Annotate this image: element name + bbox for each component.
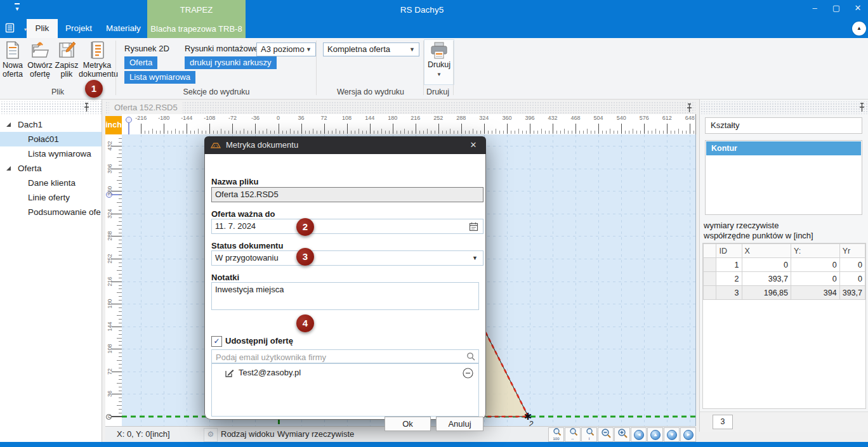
valid-until-date-field[interactable]: 11. 7. 2024: [211, 219, 483, 234]
ok-button[interactable]: Ok: [385, 417, 431, 431]
tree-item-dach1[interactable]: Dach1: [0, 117, 102, 132]
view-mode-value[interactable]: Wymiary rzeczywiste: [277, 429, 354, 439]
share-offer-checkbox[interactable]: ✓: [211, 336, 222, 347]
h-tick-minor: [682, 131, 683, 134]
col-header-y[interactable]: Y:: [791, 244, 840, 258]
tree-item-dane-klienta[interactable]: Dane klienta: [0, 176, 102, 190]
zoom-fit-width-button[interactable]: ↔: [565, 427, 581, 442]
print-version-select[interactable]: Kompletna oferta ▼: [323, 42, 419, 56]
toggle-oferta[interactable]: Oferta: [124, 56, 157, 69]
h-tick-minor: [431, 131, 431, 134]
view-mode-label[interactable]: Rodzaj widoku: [221, 429, 275, 439]
toggle-drukuj-rysunki-arkuszy[interactable]: drukuj rysunki arkuszy: [185, 56, 277, 69]
panel-drag-handle[interactable]: [700, 101, 868, 114]
zoom-selection-button[interactable]: I: [581, 427, 597, 442]
pan-right-button[interactable]: ►: [680, 427, 696, 442]
search-icon[interactable]: [466, 352, 475, 361]
h-lab: 36: [293, 115, 310, 121]
toggle-rysunek-2d[interactable]: Rysunek 2D: [124, 44, 169, 53]
tab-plik[interactable]: Plik: [27, 19, 58, 38]
pin-icon[interactable]: [858, 103, 865, 112]
open-offer-button[interactable]: Otwórz ofertę: [25, 39, 55, 79]
callout-badge-4: 4: [296, 314, 314, 332]
group-label-drukuj: Drukuj: [423, 87, 452, 98]
h-tick-minor: [477, 131, 477, 134]
cell-yr: 0: [839, 272, 865, 286]
document-tab[interactable]: Oferta 152.RSD5: [109, 101, 183, 114]
email-search-input[interactable]: [214, 351, 458, 363]
h-tick-minor: [183, 131, 183, 134]
col-header-x[interactable]: X: [742, 244, 791, 258]
cancel-button[interactable]: Anuluj: [436, 417, 483, 431]
h-tick-minor: [332, 131, 332, 134]
row-selector[interactable]: [704, 286, 716, 300]
points-table[interactable]: ID X Y: Yr 1 0 0 0 2 393,7 0 0: [703, 243, 865, 300]
remove-user-icon[interactable]: [463, 368, 473, 379]
h-tick-minor: [381, 129, 382, 134]
tree-item-polac01[interactable]: Połać01: [0, 132, 102, 146]
h-tick-minor: [499, 131, 500, 134]
tree-item-oferta[interactable]: Oferta: [0, 161, 102, 176]
table-row[interactable]: 2 393,7 0 0: [704, 272, 865, 286]
zoom-out-button[interactable]: [598, 427, 614, 442]
notes-label: Notatki: [211, 273, 239, 282]
h-tick-minor: [366, 131, 367, 134]
pan-up-button[interactable]: ▲: [647, 427, 663, 442]
collapse-ribbon-button[interactable]: ▲: [852, 22, 866, 36]
edit-icon[interactable]: [225, 368, 234, 378]
tree-expander-icon[interactable]: [6, 122, 11, 127]
table-row[interactable]: 1 0 0 0: [704, 258, 865, 272]
contextual-tab-group[interactable]: TRAPEZ Blacha trapezowa TRB-8: [147, 0, 246, 38]
quick-access-caret-icon[interactable]: ▾: [13, 3, 22, 12]
chevron-down-icon: ▼: [409, 43, 415, 56]
pin-icon[interactable]: [83, 103, 90, 112]
close-button[interactable]: ✕: [848, 0, 868, 16]
h-tick-minor: [206, 131, 206, 134]
new-document-icon: [4, 41, 22, 60]
dialog-close-icon[interactable]: ✕: [461, 136, 486, 154]
tree-item-lista-wymiarowa[interactable]: Lista wymiarowa: [0, 146, 102, 161]
tree-expander-icon[interactable]: [6, 166, 11, 171]
document-metrics-dialog: Metryka dokumentu ✕ Nazwa pliku Oferta 1…: [204, 136, 486, 420]
calendar-icon[interactable]: [469, 222, 478, 231]
view-mode-icon[interactable]: ⚙: [204, 428, 218, 442]
toggle-lista-wymiarowa[interactable]: Lista wymiarowa: [124, 71, 195, 84]
maximize-button[interactable]: ▢: [826, 0, 846, 16]
col-header-id[interactable]: ID: [716, 244, 742, 258]
h-tick-minor: [480, 131, 481, 134]
pin-icon[interactable]: [686, 103, 693, 113]
menu-book-icon: [5, 23, 15, 33]
notes-textarea[interactable]: Inwestycja miejsca: [211, 282, 479, 310]
minimize-button[interactable]: –: [805, 0, 825, 16]
h-tick-major: [255, 124, 256, 134]
row-selector[interactable]: [704, 258, 716, 272]
save-file-button[interactable]: Zapisz plik: [55, 39, 79, 79]
h-tick-minor: [671, 131, 671, 134]
table-row[interactable]: 3 196,85 394 393,7: [704, 286, 865, 300]
zoom-100-button[interactable]: 100: [548, 427, 564, 442]
file-name-field[interactable]: Oferta 152.RSD5: [211, 187, 483, 202]
tree-item-podsumowanie[interactable]: Podsumowanie ofe: [0, 205, 102, 219]
pan-down-button[interactable]: ▼: [664, 427, 680, 442]
shape-item-kontur[interactable]: Kontur: [706, 141, 861, 155]
document-metrics-label-2: dokumentu: [79, 70, 118, 79]
paper-format-select[interactable]: A3 poziomo ▼: [256, 42, 316, 56]
status-select[interactable]: W przygotowaniu ▼: [211, 250, 483, 266]
contextual-tab-label: Blacha trapezowa TRB-8: [147, 24, 246, 34]
document-metrics-button[interactable]: Metryka dokumentu: [79, 39, 115, 79]
app-menu-button[interactable]: ▾: [5, 23, 27, 37]
tree-item-linie-oferty[interactable]: Linie oferty: [0, 190, 102, 205]
zoom-in-button[interactable]: [614, 427, 630, 442]
new-offer-button[interactable]: Nowa oferta: [0, 39, 25, 79]
pan-left-button[interactable]: ◄: [631, 427, 647, 442]
status-label: Status dokumentu: [211, 241, 283, 250]
col-header-yr[interactable]: Yr: [839, 244, 865, 258]
dialog-title-bar[interactable]: Metryka dokumentu ✕: [204, 136, 486, 154]
h-tick-minor: [457, 131, 458, 134]
tab-materialy[interactable]: Materiały: [100, 19, 147, 38]
shared-user-item[interactable]: Test2@zasoby.pl: [212, 365, 478, 380]
tab-projekt[interactable]: Projekt: [60, 19, 97, 38]
row-selector[interactable]: [704, 272, 716, 286]
print-button[interactable]: Drukuj ▼: [424, 39, 454, 85]
v-tick-minor: [117, 383, 122, 384]
